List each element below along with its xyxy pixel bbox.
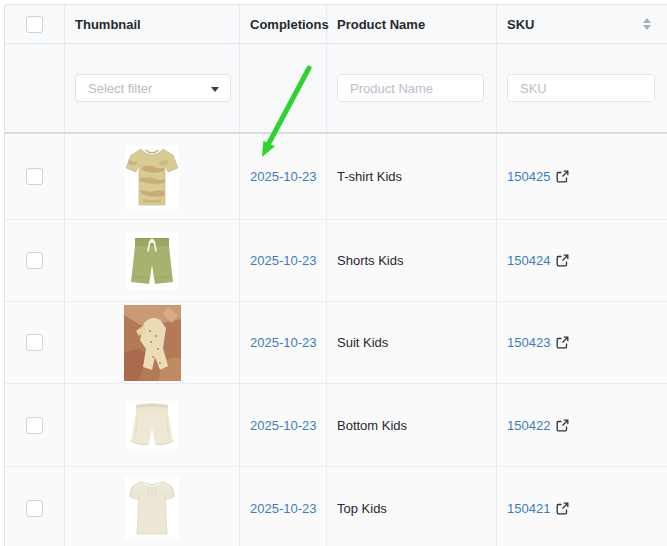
product-name-filter-input[interactable] — [337, 74, 484, 102]
sort-icon[interactable] — [643, 18, 651, 30]
sku-link[interactable]: 150423 — [507, 335, 550, 350]
filter-thumbnail-cell: Select filter — [65, 44, 240, 132]
thumbnail-cell — [65, 467, 240, 546]
external-link-icon[interactable] — [556, 336, 569, 349]
external-link-icon[interactable] — [556, 254, 569, 267]
table-row: 2025-10-23 T-shirt Kids 150425 — [5, 134, 667, 220]
header-thumbnail: Thumbnail — [65, 5, 240, 43]
product-name: Shorts Kids — [337, 253, 403, 268]
external-link-icon[interactable] — [556, 170, 569, 183]
product-thumbnail — [126, 401, 178, 449]
product-name: T-shirt Kids — [337, 169, 402, 184]
table-header-row: Thumbnail Completions Product Name SKU — [5, 5, 667, 44]
header-product-name: Product Name — [327, 5, 497, 43]
row-checkbox[interactable] — [26, 252, 43, 269]
checkbox-cell — [5, 302, 65, 383]
checkbox-cell — [5, 384, 65, 466]
table-row: 2025-10-23 Bottom Kids 150422 — [5, 384, 667, 467]
external-link-icon[interactable] — [556, 419, 569, 432]
external-link-icon[interactable] — [556, 502, 569, 515]
sku-link[interactable]: 150424 — [507, 253, 550, 268]
thumbnail-cell — [65, 220, 240, 301]
filter-sku-cell — [497, 44, 667, 132]
sku-link[interactable]: 150425 — [507, 169, 550, 184]
table-row: 2025-10-23 Top Kids 150421 — [5, 467, 667, 546]
chevron-down-icon — [211, 87, 219, 92]
header-completions-label: Completions — [250, 17, 329, 32]
filter-checkbox-cell — [5, 44, 65, 132]
completion-date-link[interactable]: 2025-10-23 — [250, 169, 317, 184]
thumbnail-cell — [65, 302, 240, 383]
header-completions: Completions — [240, 5, 327, 43]
sku-link[interactable]: 150422 — [507, 418, 550, 433]
product-name: Top Kids — [337, 501, 387, 516]
sku-filter-input[interactable] — [507, 74, 655, 102]
filter-completions-cell — [240, 44, 327, 132]
table-row: 2025-10-23 Shorts Kids 150424 — [5, 220, 667, 302]
filter-product-name-cell — [327, 44, 497, 132]
table-filter-row: Select filter — [5, 44, 667, 134]
product-thumbnail — [125, 145, 179, 209]
row-checkbox[interactable] — [26, 334, 43, 351]
table-row: 2025-10-23 Suit Kids 150423 — [5, 302, 667, 384]
row-checkbox[interactable] — [26, 417, 43, 434]
checkbox-cell — [5, 467, 65, 546]
select-all-checkbox[interactable] — [26, 16, 43, 33]
thumbnail-cell — [65, 384, 240, 466]
select-filter-placeholder: Select filter — [88, 81, 152, 96]
select-filter-dropdown[interactable]: Select filter — [75, 74, 231, 102]
row-checkbox[interactable] — [26, 500, 43, 517]
row-checkbox[interactable] — [26, 168, 43, 185]
product-name: Suit Kids — [337, 335, 388, 350]
product-thumbnail — [124, 305, 181, 381]
product-thumbnail — [125, 477, 179, 539]
completion-date-link[interactable]: 2025-10-23 — [250, 418, 317, 433]
products-table: Thumbnail Completions Product Name SKU S… — [4, 4, 667, 546]
header-sku-label: SKU — [507, 17, 534, 32]
product-thumbnail — [127, 232, 177, 290]
sku-link[interactable]: 150421 — [507, 501, 550, 516]
header-checkbox-cell — [5, 5, 65, 43]
completion-date-link[interactable]: 2025-10-23 — [250, 335, 317, 350]
header-product-name-label: Product Name — [337, 17, 425, 32]
product-name: Bottom Kids — [337, 418, 407, 433]
header-thumbnail-label: Thumbnail — [75, 17, 141, 32]
header-sku: SKU — [497, 5, 667, 43]
completion-date-link[interactable]: 2025-10-23 — [250, 501, 317, 516]
thumbnail-cell — [65, 134, 240, 219]
completion-date-link[interactable]: 2025-10-23 — [250, 253, 317, 268]
